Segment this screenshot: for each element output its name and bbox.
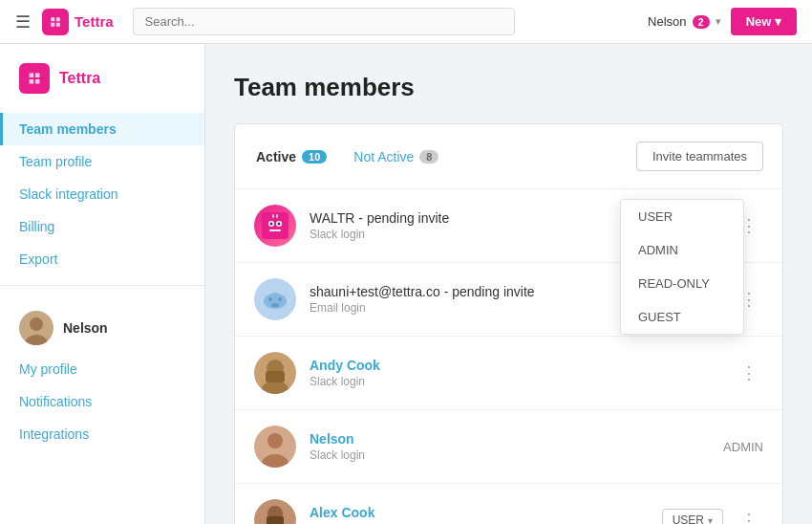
alex-role-chevron-icon: ▾: [708, 515, 713, 525]
sidebar-user: Nelson: [19, 311, 185, 345]
sidebar-user-section: Nelson: [0, 295, 204, 353]
tab-active-count: 10: [302, 150, 327, 164]
sidebar-item-integrations[interactable]: Integrations: [0, 418, 204, 450]
tabs-bar: Active 10 Not Active 8 Invite teammates: [235, 124, 782, 189]
alex-name: Alex Cook: [310, 505, 662, 520]
andy-login: Slack login: [310, 375, 729, 388]
tab-active[interactable]: Active 10: [254, 145, 329, 168]
dropdown-guest[interactable]: GUEST: [621, 300, 743, 334]
sidebar-divider: [0, 285, 204, 286]
nelson-name: Nelson: [310, 431, 723, 447]
alex-role: USER ▾ ⋮: [662, 506, 763, 524]
team-members-card: Active 10 Not Active 8 Invite teammates: [234, 123, 783, 524]
nelson-role-text: ADMIN: [723, 440, 763, 454]
nelson-avatar: [254, 426, 296, 468]
topnav-right: Nelson 2 ▾ New ▾: [648, 8, 797, 35]
layout: Tettra Team members Team profile Slack i…: [0, 44, 812, 524]
alex-avatar: [254, 499, 296, 524]
svg-point-14: [278, 297, 282, 301]
topnav-brand: Tettra: [75, 13, 114, 30]
nelson-info: Nelson Slack login: [310, 431, 723, 462]
shauni-avatar: [254, 278, 296, 320]
svg-point-7: [278, 223, 281, 226]
member-row: Andy Cook Slack login ⋮: [235, 337, 782, 410]
svg-point-13: [268, 297, 272, 301]
user-chevron-icon: ▾: [716, 15, 721, 28]
dropdown-user[interactable]: USER: [621, 200, 743, 233]
tab-not-active[interactable]: Not Active 8: [352, 145, 440, 168]
member-row: Alex Cook Slack login USER ▾ ⋮: [235, 484, 782, 524]
svg-point-6: [270, 223, 273, 226]
svg-rect-26: [267, 516, 284, 524]
topnav: ☰ Tettra Nelson 2 ▾ New ▾: [0, 0, 812, 44]
search-input[interactable]: [133, 8, 515, 35]
sidebar-brand: Tettra: [59, 70, 100, 87]
svg-point-21: [267, 433, 283, 448]
svg-rect-3: [262, 212, 288, 239]
svg-rect-10: [276, 214, 278, 218]
sidebar-user-name: Nelson: [63, 320, 108, 336]
waltr-avatar: [254, 205, 296, 247]
member-row: WALTR - pending invite Slack login READ-…: [235, 189, 782, 263]
nelson-role: ADMIN: [723, 440, 763, 454]
sidebar-item-export[interactable]: Export: [0, 243, 204, 275]
svg-rect-19: [266, 371, 285, 382]
andy-avatar: [254, 352, 296, 394]
dropdown-admin[interactable]: ADMIN: [621, 233, 743, 267]
role-dropdown: USER ADMIN READ-ONLY GUEST: [620, 199, 744, 335]
sidebar-item-slack-integration[interactable]: Slack integration: [0, 178, 204, 210]
sidebar-user-avatar: [19, 311, 53, 345]
page-title: Team members: [234, 73, 783, 102]
sidebar-logo-icon: [19, 63, 50, 94]
svg-point-1: [30, 317, 43, 331]
sidebar-item-billing[interactable]: Billing: [0, 210, 204, 243]
main-content: Team members Active 10 Not Active 8 Invi…: [205, 44, 812, 524]
invite-teammates-button[interactable]: Invite teammates: [636, 142, 763, 171]
alex-info: Alex Cook Slack login: [310, 505, 662, 524]
svg-point-15: [271, 303, 279, 307]
tab-not-active-count: 8: [419, 150, 438, 164]
topnav-logo: Tettra: [42, 9, 114, 35]
svg-rect-8: [269, 229, 281, 231]
sidebar-item-team-profile[interactable]: Team profile: [0, 145, 204, 178]
alex-role-badge[interactable]: USER ▾: [662, 509, 723, 524]
member-row: Nelson Slack login ADMIN: [235, 410, 782, 484]
sidebar-item-my-profile[interactable]: My profile: [0, 353, 204, 385]
sidebar: Tettra Team members Team profile Slack i…: [0, 44, 205, 524]
waltr-name: WALTR - pending invite: [310, 210, 628, 226]
topnav-logo-icon: [42, 9, 69, 35]
andy-more-button[interactable]: ⋮: [735, 359, 763, 387]
alex-role-label: USER: [673, 513, 704, 524]
new-button[interactable]: New ▾: [731, 8, 797, 35]
nelson-login: Slack login: [310, 448, 723, 462]
svg-rect-9: [272, 214, 274, 218]
tab-active-label: Active: [256, 149, 296, 164]
sidebar-item-team-members[interactable]: Team members: [0, 113, 204, 145]
waltr-login: Slack login: [310, 228, 628, 241]
dropdown-read-only[interactable]: READ-ONLY: [621, 267, 743, 300]
andy-info: Andy Cook Slack login: [310, 358, 729, 388]
user-menu[interactable]: Nelson 2 ▾: [648, 14, 721, 29]
tab-not-active-label: Not Active: [353, 149, 414, 164]
username: Nelson: [648, 14, 686, 29]
sidebar-item-notifications[interactable]: Notifications: [0, 385, 204, 418]
sidebar-logo: Tettra: [0, 63, 204, 113]
notification-badge: 2: [693, 15, 710, 29]
hamburger-icon[interactable]: ☰: [15, 11, 31, 33]
alex-more-button[interactable]: ⋮: [735, 506, 763, 524]
waltr-info: WALTR - pending invite Slack login: [310, 210, 628, 241]
andy-role: ⋮: [729, 359, 763, 387]
andy-name: Andy Cook: [310, 358, 729, 373]
